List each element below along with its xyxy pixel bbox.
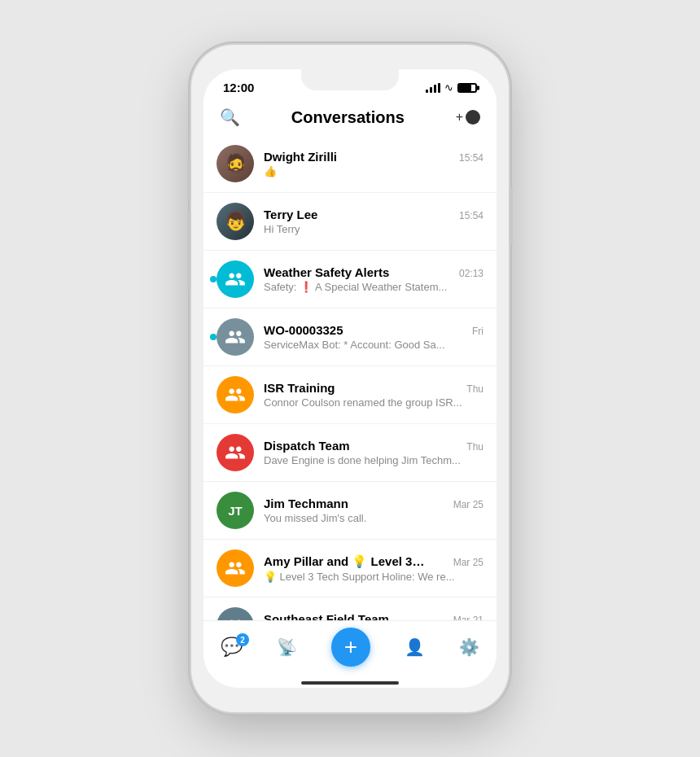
conv-top-terry-lee: Terry Lee15:54 <box>264 208 483 221</box>
avatar-wrapper-amy-pillar <box>217 549 254 587</box>
conv-preview-dispatch-team: Dave Engine is done helping Jim Techm... <box>264 454 483 466</box>
conv-time-dwight-zirilli: 15:54 <box>459 152 483 164</box>
conv-time-southeast-field-team: Mar 21 <box>453 615 483 620</box>
conv-content-terry-lee: Terry Lee15:54Hi Terry <box>264 208 483 235</box>
conv-time-jim-techmann: Mar 25 <box>453 499 483 510</box>
conv-name-isr-training: ISR Training <box>264 381 335 395</box>
conv-preview-weather-safety-alerts: Safety: ❗ A Special Weather Statem... <box>264 281 483 293</box>
conv-name-dispatch-team: Dispatch Team <box>264 439 350 453</box>
conv-preview-isr-training: Connor Coulson renamed the group ISR... <box>264 396 483 409</box>
conv-content-jim-techmann: Jim TechmannMar 25You missed Jim's call. <box>264 497 483 524</box>
page-title: Conversations <box>291 108 405 127</box>
conversation-item-southeast-field-team[interactable]: Southeast Field TeamMar 21Call ended. Du… <box>203 597 497 620</box>
avatar-isr-training <box>217 376 254 414</box>
broadcast-icon: 📡 <box>277 637 297 657</box>
conv-name-terry-lee: Terry Lee <box>264 208 317 221</box>
tab-contacts[interactable]: 👤 <box>405 637 425 657</box>
phone-frame: 12:00 ∿ 🔍 Conversations + <box>191 45 509 712</box>
phone-notch <box>301 69 399 90</box>
phone-screen: 12:00 ∿ 🔍 Conversations + <box>203 69 497 688</box>
contacts-icon: 👤 <box>405 637 425 657</box>
conv-time-wo-00003325: Fri <box>472 326 483 337</box>
conv-preview-terry-lee: Hi Terry <box>264 223 483 235</box>
conv-content-southeast-field-team: Southeast Field TeamMar 21Call ended. Du… <box>264 612 483 620</box>
conv-name-weather-safety-alerts: Weather Safety Alerts <box>264 265 389 279</box>
settings-icon: ⚙️ <box>459 637 479 657</box>
conversations-badge: 2 <box>236 633 249 646</box>
plus-icon: + <box>344 636 357 659</box>
conv-time-isr-training: Thu <box>466 383 483 395</box>
conversation-item-dispatch-team[interactable]: Dispatch TeamThuDave Engine is done help… <box>203 424 497 482</box>
conv-content-isr-training: ISR TrainingThuConnor Coulson renamed th… <box>264 381 483 409</box>
avatar-weather-safety-alerts <box>217 260 254 298</box>
conv-time-dispatch-team: Thu <box>466 441 483 453</box>
conv-top-jim-techmann: Jim TechmannMar 25 <box>264 497 483 510</box>
avatar-wrapper-jim-techmann: JT <box>217 492 254 529</box>
conv-top-dispatch-team: Dispatch TeamThu <box>264 439 483 453</box>
status-icons: ∿ <box>426 81 477 94</box>
conv-top-amy-pillar: Amy Pillar and 💡 Level 3 Te...Mar 25 <box>264 554 483 569</box>
avatar-wo-00003325 <box>217 318 254 356</box>
tab-conversations[interactable]: 💬 2 <box>221 637 243 658</box>
conv-time-amy-pillar: Mar 25 <box>453 557 483 568</box>
avatar-wrapper-isr-training <box>217 376 254 414</box>
conv-content-weather-safety-alerts: Weather Safety Alerts02:13Safety: ❗ A Sp… <box>264 265 483 293</box>
conversation-item-isr-training[interactable]: ISR TrainingThuConnor Coulson renamed th… <box>203 366 497 424</box>
conv-content-dwight-zirilli: Dwight Zirilli15:54👍 <box>264 150 483 177</box>
avatar-wrapper-wo-00003325 <box>217 318 254 356</box>
signal-icon <box>426 83 440 93</box>
new-conversation-button[interactable]: + <box>331 628 370 667</box>
avatar-amy-pillar <box>217 549 254 587</box>
status-time: 12:00 <box>223 81 254 94</box>
conversation-item-dwight-zirilli[interactable]: 🧔Dwight Zirilli15:54👍 <box>203 135 497 193</box>
conv-preview-wo-00003325: ServiceMax Bot: * Account: Good Sa... <box>264 339 483 351</box>
battery-icon <box>457 83 477 93</box>
avatar-southeast-field-team <box>217 607 254 620</box>
conversation-item-amy-pillar[interactable]: Amy Pillar and 💡 Level 3 Te...Mar 25💡 Le… <box>203 540 497 597</box>
conversation-item-weather-safety-alerts[interactable]: Weather Safety Alerts02:13Safety: ❗ A Sp… <box>203 251 497 308</box>
conv-preview-amy-pillar: 💡 Level 3 Tech Support Holine: We re... <box>264 571 483 583</box>
home-indicator <box>301 681 399 685</box>
conv-name-amy-pillar: Amy Pillar and 💡 Level 3 Te... <box>264 554 427 569</box>
conv-top-southeast-field-team: Southeast Field TeamMar 21 <box>264 612 483 620</box>
tab-bar: 💬 2 📡 + 👤 ⚙️ <box>203 620 497 676</box>
conv-top-isr-training: ISR TrainingThu <box>264 381 483 395</box>
conv-top-weather-safety-alerts: Weather Safety Alerts02:13 <box>264 265 483 279</box>
avatar-wrapper-weather-safety-alerts <box>217 260 254 298</box>
conv-content-amy-pillar: Amy Pillar and 💡 Level 3 Te...Mar 25💡 Le… <box>264 554 483 583</box>
avatar-wrapper-dwight-zirilli: 🧔 <box>217 145 254 182</box>
unread-dot-weather-safety-alerts <box>210 276 217 282</box>
search-icon[interactable]: 🔍 <box>220 107 240 127</box>
avatar-wrapper-terry-lee: 👦 <box>217 203 254 240</box>
conv-top-wo-00003325: WO-00003325Fri <box>264 323 483 337</box>
conv-content-wo-00003325: WO-00003325FriServiceMax Bot: * Account:… <box>264 323 483 351</box>
avatar-dwight-zirilli: 🧔 <box>217 145 254 182</box>
avatar-jim-techmann: JT <box>217 492 254 529</box>
conv-name-dwight-zirilli: Dwight Zirilli <box>264 150 337 164</box>
avatar-dispatch-team <box>217 434 254 471</box>
conversation-item-terry-lee[interactable]: 👦Terry Lee15:54Hi Terry <box>203 193 497 251</box>
conv-time-terry-lee: 15:54 <box>459 210 483 221</box>
conversation-item-jim-techmann[interactable]: JTJim TechmannMar 25You missed Jim's cal… <box>203 482 497 540</box>
avatar-terry-lee: 👦 <box>217 203 254 240</box>
conversation-item-wo-00003325[interactable]: WO-00003325FriServiceMax Bot: * Account:… <box>203 308 497 366</box>
tab-broadcast[interactable]: 📡 <box>277 637 297 657</box>
unread-dot-wo-00003325 <box>210 334 217 340</box>
avatar-wrapper-southeast-field-team <box>217 607 254 620</box>
conv-top-dwight-zirilli: Dwight Zirilli15:54 <box>264 150 483 164</box>
conv-content-dispatch-team: Dispatch TeamThuDave Engine is done help… <box>264 439 483 466</box>
add-conversation-button[interactable]: + <box>456 110 480 125</box>
tab-settings[interactable]: ⚙️ <box>459 637 479 657</box>
app-header: 🔍 Conversations + <box>203 101 497 135</box>
conv-preview-dwight-zirilli: 👍 <box>264 165 483 177</box>
conv-name-southeast-field-team: Southeast Field Team <box>264 612 389 620</box>
conv-time-weather-safety-alerts: 02:13 <box>459 268 483 279</box>
conv-name-jim-techmann: Jim Techmann <box>264 497 348 510</box>
wifi-icon: ∿ <box>444 81 453 94</box>
conv-name-wo-00003325: WO-00003325 <box>264 323 343 337</box>
conv-preview-jim-techmann: You missed Jim's call. <box>264 512 483 524</box>
avatar-wrapper-dispatch-team <box>217 434 254 471</box>
conversation-list: 🧔Dwight Zirilli15:54👍👦Terry Lee15:54Hi T… <box>203 135 497 620</box>
